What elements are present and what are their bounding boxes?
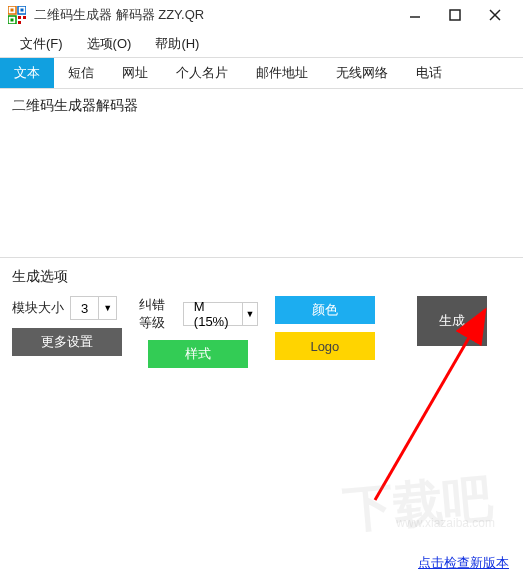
- svg-rect-1: [11, 9, 14, 12]
- svg-rect-10: [450, 10, 460, 20]
- ecc-label: 纠错等级: [139, 296, 177, 332]
- svg-rect-7: [23, 16, 26, 19]
- menu-options[interactable]: 选项(O): [77, 31, 142, 57]
- options-section: 生成选项 模块大小 3 ▼ 更多设置 纠错等级 M (15%) ▼ 样式: [0, 258, 523, 368]
- style-button[interactable]: 样式: [148, 340, 248, 368]
- ecc-dropdown[interactable]: M (15%) ▼: [183, 302, 258, 326]
- status-bar: 点击检查新版本: [418, 554, 509, 572]
- chevron-down-icon: ▼: [242, 302, 256, 326]
- menu-file[interactable]: 文件(F): [10, 31, 73, 57]
- close-button[interactable]: [475, 1, 515, 29]
- color-button[interactable]: 颜色: [275, 296, 375, 324]
- module-size-dropdown[interactable]: 3 ▼: [70, 296, 117, 320]
- tabs: 文本 短信 网址 个人名片 邮件地址 无线网络 电话: [0, 58, 523, 88]
- tab-phone[interactable]: 电话: [402, 58, 456, 88]
- content-text: 二维码生成器解码器: [12, 97, 138, 113]
- svg-rect-5: [11, 19, 14, 22]
- more-settings-button[interactable]: 更多设置: [12, 328, 122, 356]
- svg-rect-3: [21, 9, 24, 12]
- menu-help[interactable]: 帮助(H): [145, 31, 209, 57]
- chevron-down-icon: ▼: [98, 296, 116, 320]
- tab-text[interactable]: 文本: [0, 58, 54, 88]
- minimize-button[interactable]: [395, 1, 435, 29]
- watermark-url: www.xiazaiba.com: [396, 516, 495, 530]
- app-icon: [8, 6, 26, 24]
- tab-sms[interactable]: 短信: [54, 58, 108, 88]
- check-update-link[interactable]: 点击检查新版本: [418, 555, 509, 570]
- generate-button[interactable]: 生成: [417, 296, 487, 346]
- watermark: 下载吧: [340, 465, 495, 545]
- tab-card[interactable]: 个人名片: [162, 58, 242, 88]
- logo-button[interactable]: Logo: [275, 332, 375, 360]
- options-title: 生成选项: [12, 268, 511, 286]
- maximize-button[interactable]: [435, 1, 475, 29]
- svg-rect-8: [18, 21, 21, 24]
- menubar: 文件(F) 选项(O) 帮助(H): [0, 30, 523, 58]
- module-size-label: 模块大小: [12, 299, 64, 317]
- window-title: 二维码生成器 解码器 ZZY.QR: [34, 6, 395, 24]
- tab-email[interactable]: 邮件地址: [242, 58, 322, 88]
- titlebar: 二维码生成器 解码器 ZZY.QR: [0, 0, 523, 30]
- module-size-value: 3: [71, 301, 98, 316]
- window-controls: [395, 1, 515, 29]
- ecc-value: M (15%): [184, 299, 242, 329]
- content-textarea[interactable]: 二维码生成器解码器: [0, 88, 523, 258]
- tab-wifi[interactable]: 无线网络: [322, 58, 402, 88]
- tab-url[interactable]: 网址: [108, 58, 162, 88]
- svg-rect-6: [18, 16, 21, 19]
